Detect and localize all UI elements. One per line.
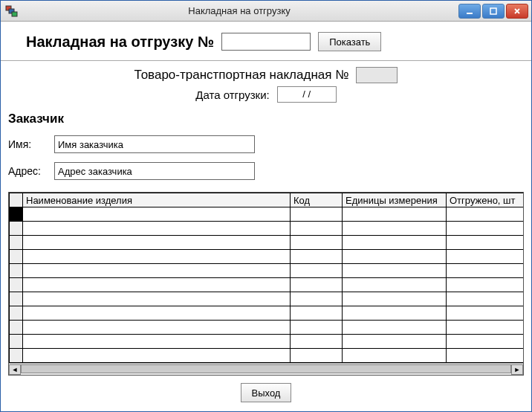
table-cell[interactable] xyxy=(447,349,524,363)
table-cell[interactable] xyxy=(23,306,291,321)
scroll-right-icon[interactable]: ► xyxy=(511,364,523,375)
table-cell[interactable] xyxy=(447,250,524,264)
ttn-label: Товаро-транстпортная накладная № xyxy=(134,68,349,83)
table-row[interactable] xyxy=(10,250,524,264)
window-title: Накладная на отгрузку xyxy=(20,5,458,16)
table-row[interactable] xyxy=(10,349,524,363)
customer-name-row: Имя: xyxy=(8,135,524,153)
table-cell[interactable] xyxy=(291,250,343,264)
table-row[interactable] xyxy=(10,222,524,236)
table-cell[interactable] xyxy=(291,349,343,363)
items-table[interactable]: Наименование изделия Код Единицы измерен… xyxy=(9,193,523,363)
table-cell[interactable] xyxy=(343,292,447,306)
table-cell[interactable] xyxy=(447,264,524,278)
table-cell[interactable] xyxy=(447,306,524,321)
col-name[interactable]: Наименование изделия xyxy=(23,193,291,207)
svg-rect-4 xyxy=(490,8,496,14)
row-selector[interactable] xyxy=(10,222,23,236)
table-cell[interactable] xyxy=(291,321,343,335)
table-cell[interactable] xyxy=(23,321,291,335)
table-cell[interactable] xyxy=(447,321,524,335)
table-cell[interactable] xyxy=(447,335,524,349)
table-cell[interactable] xyxy=(343,236,447,250)
maximize-button[interactable] xyxy=(482,4,505,19)
content-area: Накладная на отгрузку № Показать Товаро-… xyxy=(1,22,531,411)
table-cell[interactable] xyxy=(23,278,291,292)
table-cell[interactable] xyxy=(343,264,447,278)
table-cell[interactable] xyxy=(291,306,343,321)
app-window: Накладная на отгрузку Накладная на отгру… xyxy=(0,0,532,412)
table-cell[interactable] xyxy=(291,222,343,236)
invoice-number-input[interactable] xyxy=(221,33,311,51)
titlebar[interactable]: Накладная на отгрузку xyxy=(1,1,531,22)
row-selector[interactable] xyxy=(10,207,23,222)
table-row[interactable] xyxy=(10,264,524,278)
table-row[interactable] xyxy=(10,306,524,321)
table-row[interactable] xyxy=(10,292,524,306)
table-cell[interactable] xyxy=(23,292,291,306)
row-selector[interactable] xyxy=(10,278,23,292)
customer-name-label: Имя: xyxy=(8,138,47,150)
table-cell[interactable] xyxy=(291,278,343,292)
show-button[interactable]: Показать xyxy=(318,32,381,51)
table-cell[interactable] xyxy=(23,264,291,278)
table-cell[interactable] xyxy=(447,207,524,222)
minimize-button[interactable] xyxy=(458,4,481,19)
table-cell[interactable] xyxy=(343,335,447,349)
col-unit[interactable]: Единицы измерения xyxy=(343,193,447,207)
row-selector[interactable] xyxy=(10,236,23,250)
table-cell[interactable] xyxy=(23,207,291,222)
row-selector[interactable] xyxy=(10,306,23,321)
row-selector[interactable] xyxy=(10,292,23,306)
table-cell[interactable] xyxy=(447,236,524,250)
table-row[interactable] xyxy=(10,207,524,222)
exit-button[interactable]: Выход xyxy=(241,383,292,402)
row-selector[interactable] xyxy=(10,264,23,278)
table-cell[interactable] xyxy=(23,335,291,349)
table-row[interactable] xyxy=(10,278,524,292)
row-selector[interactable] xyxy=(10,335,23,349)
scroll-left-icon[interactable]: ◄ xyxy=(9,364,21,375)
table-cell[interactable] xyxy=(23,236,291,250)
table-cell[interactable] xyxy=(291,264,343,278)
horizontal-scrollbar[interactable]: ◄ ► xyxy=(9,363,523,375)
svg-rect-2 xyxy=(12,12,17,16)
col-qty[interactable]: Отгружено, шт xyxy=(447,193,524,207)
table-row[interactable] xyxy=(10,236,524,250)
items-grid[interactable]: Наименование изделия Код Единицы измерен… xyxy=(8,192,524,376)
table-cell[interactable] xyxy=(291,236,343,250)
row-selector-header xyxy=(10,193,23,207)
table-cell[interactable] xyxy=(447,292,524,306)
table-cell[interactable] xyxy=(343,222,447,236)
row-selector[interactable] xyxy=(10,349,23,363)
table-cell[interactable] xyxy=(447,222,524,236)
table-row[interactable] xyxy=(10,321,524,335)
close-button[interactable] xyxy=(506,4,528,19)
col-code[interactable]: Код xyxy=(291,193,343,207)
table-cell[interactable] xyxy=(343,321,447,335)
table-cell[interactable] xyxy=(343,349,447,363)
table-cell[interactable] xyxy=(23,250,291,264)
row-selector[interactable] xyxy=(10,250,23,264)
table-row[interactable] xyxy=(10,335,524,349)
table-cell[interactable] xyxy=(23,222,291,236)
ship-date-input[interactable]: / / xyxy=(277,86,337,103)
table-cell[interactable] xyxy=(291,335,343,349)
table-cell[interactable] xyxy=(343,278,447,292)
ttn-block: Товаро-транстпортная накладная № Дата от… xyxy=(8,67,524,103)
ttn-number-display xyxy=(356,67,398,83)
footer: Выход xyxy=(8,376,524,404)
row-selector[interactable] xyxy=(10,321,23,335)
customer-name-input[interactable] xyxy=(54,135,255,153)
customer-section-title: Заказчик xyxy=(8,112,524,126)
table-cell[interactable] xyxy=(343,207,447,222)
table-cell[interactable] xyxy=(291,292,343,306)
table-cell[interactable] xyxy=(291,207,343,222)
scroll-thumb[interactable] xyxy=(21,364,511,373)
table-cell[interactable] xyxy=(447,278,524,292)
table-header-row: Наименование изделия Код Единицы измерен… xyxy=(10,193,524,207)
table-cell[interactable] xyxy=(343,250,447,264)
table-cell[interactable] xyxy=(343,306,447,321)
table-cell[interactable] xyxy=(23,349,291,363)
customer-address-input[interactable] xyxy=(54,162,255,180)
